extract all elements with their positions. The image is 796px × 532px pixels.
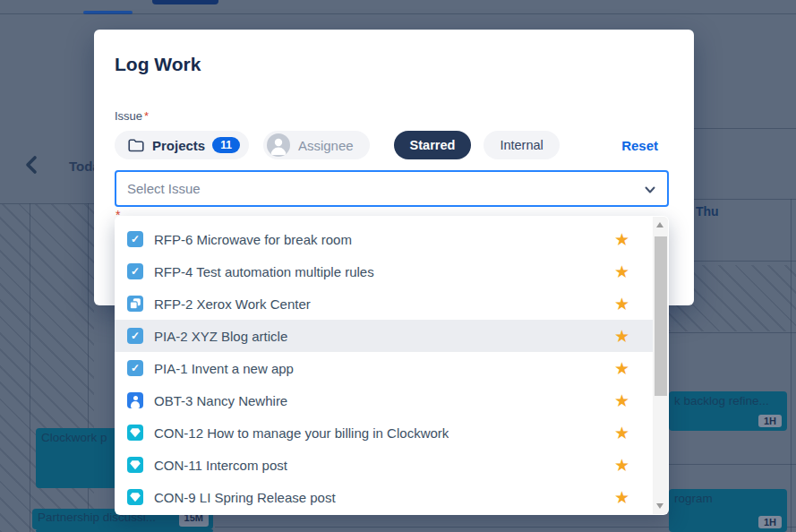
star-icon[interactable]: ★ [614, 328, 629, 345]
scrollbar-thumb[interactable] [655, 236, 667, 396]
star-icon[interactable]: ★ [614, 457, 629, 474]
issue-option-label: CON-12 How to manage your billing in Clo… [154, 425, 449, 441]
top-partial-button[interactable] [152, 0, 218, 4]
star-icon[interactable]: ★ [614, 296, 629, 313]
star-icon[interactable]: ★ [614, 263, 629, 280]
copy-icon [127, 296, 143, 312]
topbar-divider [0, 13, 796, 14]
issue-option-label: OBT-3 Nancy Newhire [154, 393, 287, 408]
issue-option-label: RFP-4 Test automation multiple rules [154, 264, 374, 279]
required-asterisk: * [144, 109, 149, 123]
filter-chip-internal[interactable]: Internal [484, 131, 559, 159]
issue-label-text: Issue [115, 109, 142, 123]
assignee-chip-label: Assignee [298, 138, 354, 153]
issue-dropdown-list: RFP-6 Microwave for break room ★ RFP-4 T… [115, 216, 669, 515]
gem-icon [127, 457, 143, 473]
issue-option[interactable]: RFP-2 Xerox Work Center ★ [115, 287, 653, 320]
grid-line [669, 464, 796, 465]
star-icon[interactable]: ★ [614, 360, 629, 377]
grid-line [791, 199, 792, 532]
issue-option[interactable]: CON-11 Intercom post ★ [115, 449, 653, 481]
event-title: Clockwork p [41, 431, 107, 444]
issue-field-label: Issue* [115, 109, 149, 123]
issue-option-label: PIA-2 XYZ Blog article [154, 329, 287, 344]
calendar-back-button[interactable] [18, 150, 48, 179]
issue-option-label: PIA-1 Invent a new app [154, 361, 294, 376]
issue-option[interactable]: RFP-4 Test automation multiple rules ★ [115, 255, 653, 287]
chevron-down-icon [644, 184, 656, 200]
day-column-header: Thu [696, 204, 719, 219]
star-icon[interactable]: ★ [614, 425, 629, 442]
task-check-icon [127, 360, 143, 376]
task-check-icon [127, 263, 143, 279]
issue-option-label: RFP-2 Xerox Work Center [154, 296, 311, 312]
issue-option-highlighted[interactable]: PIA-2 XYZ Blog article ★ [115, 320, 653, 352]
issue-option[interactable]: PIA-1 Invent a new app ★ [115, 352, 653, 384]
screen: Today Thu Clockwork p Partnership discus… [0, 0, 796, 532]
star-icon[interactable]: ★ [614, 392, 629, 409]
filter-chip-projects[interactable]: Projects 11 [115, 131, 249, 159]
filter-chip-starred[interactable]: Starred [394, 131, 472, 159]
select-placeholder: Select Issue [127, 181, 201, 196]
scrollbar-up-arrow-icon[interactable] [656, 222, 663, 227]
issue-option[interactable]: OBT-3 Nancy Newhire ★ [115, 384, 653, 416]
issue-filter-row: Projects 11 Assignee Starred Internal Re… [115, 131, 673, 159]
gem-icon [127, 425, 143, 441]
issue-select-input[interactable]: Select Issue [115, 170, 669, 207]
scrollbar-down-arrow-icon[interactable] [656, 503, 663, 509]
issue-option-label: RFP-6 Microwave for break room [154, 232, 352, 247]
gem-icon [127, 489, 143, 505]
dropdown-scrollbar[interactable] [653, 217, 668, 514]
event-duration-badge: 1H [758, 415, 782, 427]
issue-option-label: CON-11 Intercom post [154, 458, 287, 473]
avatar-icon [267, 133, 290, 157]
issue-option[interactable]: CON-12 How to manage your billing in Clo… [115, 416, 653, 449]
issue-option[interactable]: CON-9 LI Spring Release post ★ [115, 481, 653, 513]
task-check-icon [127, 231, 143, 247]
grid-line [694, 128, 796, 129]
projects-count-badge: 11 [212, 137, 240, 153]
task-check-icon [127, 328, 143, 344]
person-icon [127, 392, 143, 408]
event-title: rogram [674, 492, 713, 505]
folder-icon [127, 137, 145, 153]
filter-chip-assignee[interactable]: Assignee [263, 131, 370, 159]
star-icon[interactable]: ★ [614, 489, 629, 506]
issue-option[interactable]: RFP-6 Microwave for break room ★ [115, 223, 653, 255]
event-title: k backlog refine... [674, 394, 769, 408]
calendar-event-program[interactable]: rogram 1H [669, 489, 787, 532]
star-icon[interactable]: ★ [614, 231, 629, 248]
grid-line [694, 199, 796, 200]
modal-title: Log Work [115, 54, 201, 75]
reset-filters-link[interactable]: Reset [621, 138, 658, 153]
calendar-event-clockwork[interactable]: Clockwork p [36, 428, 118, 488]
issue-option-label: CON-9 LI Spring Release post [154, 490, 336, 505]
projects-chip-label: Projects [152, 138, 205, 153]
event-duration-badge: 1H [758, 516, 782, 528]
grid-line [669, 332, 796, 333]
calendar-event-backlog[interactable]: k backlog refine... 1H [669, 391, 787, 431]
